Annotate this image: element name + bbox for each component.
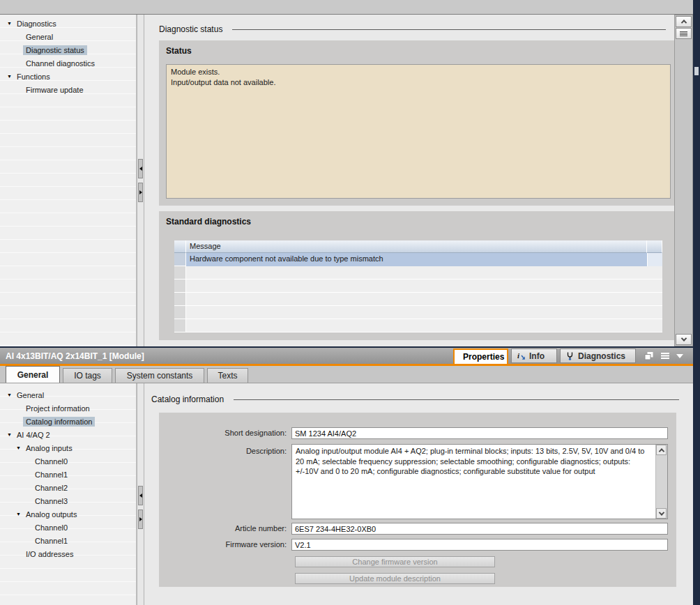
tree-item-out-channel1[interactable]: Channel1 <box>0 534 136 547</box>
table-header-row: Message <box>174 240 662 253</box>
diagnostic-message-row[interactable]: Hardware component not available due to … <box>174 253 662 266</box>
status-heading: Status <box>166 46 671 56</box>
vertical-scrollbar[interactable] <box>674 15 693 346</box>
view-tab-diagnostics[interactable]: Diagnostics <box>560 349 636 363</box>
standard-diagnostics-groupbox: Standard diagnostics Message Hardware co… <box>159 211 678 340</box>
update-module-description-button: Update module description <box>295 573 495 584</box>
tab-texts[interactable]: Texts <box>207 368 248 383</box>
status-line: Module exists. <box>171 67 666 77</box>
tree-item-general[interactable]: General <box>0 30 136 43</box>
tree-item-general[interactable]: ▼ General <box>0 388 136 401</box>
scroll-up-button[interactable] <box>676 16 692 27</box>
tree-item-label: Diagnostic status <box>23 45 87 55</box>
page-title: Catalog information <box>151 395 224 404</box>
tree-item-ai4-aq2[interactable]: ▼ AI 4/AQ 2 <box>0 428 136 441</box>
inspector-titlebar[interactable]: AI 4x13BIT/AQ 2x14BIT_1 [Module] Propert… <box>0 348 693 364</box>
tree-item-out-channel0[interactable]: Channel0 <box>0 521 136 534</box>
catalog-panel: Short designation: Description: Analog i… <box>159 413 676 587</box>
tree-item-label: I/O addresses <box>23 549 76 559</box>
splitter-collapse-left-handle[interactable] <box>138 159 143 178</box>
tree-item-channel2[interactable]: Channel2 <box>0 481 136 494</box>
window-edge-bar <box>693 0 700 605</box>
top-toolbar-strip <box>0 0 693 15</box>
scroll-down-button[interactable] <box>676 334 692 345</box>
view-title-row: Catalog information <box>144 383 693 404</box>
tree-item-channel1[interactable]: Channel1 <box>0 468 136 481</box>
description-textarea[interactable]: Analog input/output module AI4 + AQ2; pl… <box>291 444 668 519</box>
expand-triangle-icon[interactable]: ▼ <box>5 21 14 26</box>
diagnostics-nav-tree: ▼ Diagnostics General Diagnostic status … <box>0 15 137 346</box>
tree-item-label: Functions <box>14 72 53 82</box>
pane-splitter[interactable] <box>137 383 144 605</box>
tree-item-label: Channel2 <box>32 483 70 493</box>
expand-triangle-icon[interactable]: ▼ <box>5 432 14 437</box>
splitter-collapse-right-handle[interactable] <box>138 183 143 202</box>
catalog-information-view: Catalog information Short designation: D… <box>144 383 693 605</box>
tab-label: Texts <box>218 371 237 381</box>
splitter-collapse-right-handle[interactable] <box>138 510 143 529</box>
tree-item-label: General <box>23 32 56 42</box>
status-line: Input/output data not available. <box>171 77 666 88</box>
tree-item-diagnostics[interactable]: ▼ Diagnostics <box>0 17 136 30</box>
chevron-up-icon <box>680 20 686 25</box>
arrow-right-icon <box>139 190 142 194</box>
tree-item-label: Catalog information <box>23 417 95 427</box>
short-designation-input[interactable] <box>291 427 668 439</box>
tree-item-io-addresses[interactable]: I/O addresses <box>0 547 136 560</box>
tree-item-project-information[interactable]: Project information <box>0 401 136 415</box>
float-window-icon[interactable] <box>644 351 654 360</box>
tree-item-label: Diagnostics <box>14 19 59 29</box>
diagnostics-pane: ▼ Diagnostics General Diagnostic status … <box>0 15 693 346</box>
row-gutter <box>174 253 186 266</box>
tab-general[interactable]: General <box>6 366 60 383</box>
expand-triangle-icon[interactable]: ▼ <box>14 512 23 516</box>
diagnostic-status-view: Diagnostic status Status Module exists. … <box>144 15 671 346</box>
tree-item-channel-diagnostics[interactable]: Channel diagnostics <box>0 56 136 70</box>
pane-splitter[interactable] <box>137 15 144 346</box>
collapse-caret-icon[interactable] <box>676 354 683 358</box>
list-icon[interactable] <box>660 352 670 360</box>
splitter-collapse-left-handle[interactable] <box>138 486 143 505</box>
short-designation-label: Short designation: <box>159 429 287 437</box>
tab-label: General <box>17 370 49 380</box>
svg-text:i: i <box>517 351 520 360</box>
tree-item-diagnostic-status[interactable]: Diagnostic status <box>0 43 136 56</box>
scroll-down-button[interactable] <box>656 508 667 519</box>
scroll-menu-button[interactable] <box>676 28 692 39</box>
tree-item-analog-outputs[interactable]: ▼ Analog outputs <box>0 507 136 521</box>
status-groupbox: Status Module exists. Input/output data … <box>159 40 678 206</box>
tree-item-channel3[interactable]: Channel3 <box>0 494 136 507</box>
edge-splitter-grip[interactable] <box>694 67 699 75</box>
arrow-left-icon <box>139 167 142 171</box>
view-tab-info[interactable]: i Info <box>511 349 557 363</box>
tab-io-tags[interactable]: IO tags <box>63 368 112 383</box>
tree-item-channel0[interactable]: Channel0 <box>0 454 136 468</box>
standard-diagnostics-heading: Standard diagnostics <box>166 217 671 227</box>
tree-item-catalog-information[interactable]: Catalog information <box>0 415 136 428</box>
expand-triangle-icon[interactable]: ▼ <box>5 74 14 79</box>
tree-item-label: Firmware update <box>23 85 86 95</box>
window-controls <box>644 348 683 364</box>
tree-item-label: Channel1 <box>32 470 70 480</box>
tree-item-label: Channel3 <box>32 496 70 506</box>
expand-triangle-icon[interactable]: ▼ <box>5 392 14 397</box>
scroll-up-button[interactable] <box>656 445 667 455</box>
tab-system-constants[interactable]: System constants <box>115 368 204 383</box>
change-firmware-version-button: Change firmware version <box>295 556 495 567</box>
textarea-scrollbar[interactable] <box>655 445 667 519</box>
arrow-left-icon <box>139 493 142 498</box>
info-arrow-icon: i <box>517 351 526 360</box>
view-tab-label: Diagnostics <box>578 351 625 361</box>
tree-item-label: Channel diagnostics <box>23 59 98 68</box>
tree-item-firmware-update[interactable]: Firmware update <box>0 83 136 96</box>
inspector-tabrow: General IO tags System constants Texts <box>0 366 693 383</box>
tree-item-functions[interactable]: ▼ Functions <box>0 70 136 83</box>
stethoscope-icon <box>565 351 575 360</box>
expand-triangle-icon[interactable]: ▼ <box>14 445 23 450</box>
tree-item-analog-inputs[interactable]: ▼ Analog inputs <box>0 441 136 454</box>
message-column-header[interactable]: Message <box>186 240 647 253</box>
firmware-version-input[interactable] <box>291 539 668 551</box>
table-corner-cell <box>174 240 186 253</box>
view-tab-properties[interactable]: Properties <box>453 349 508 364</box>
article-number-input[interactable] <box>291 523 668 535</box>
